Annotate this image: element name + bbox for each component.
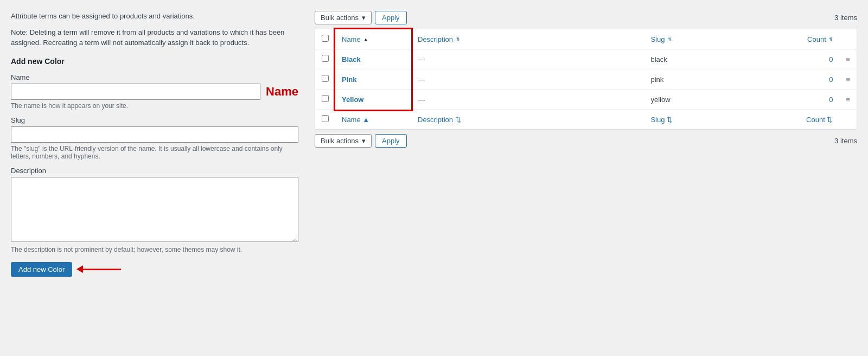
header-description[interactable]: Description ⇅ xyxy=(411,29,644,49)
slug-cell-black: black xyxy=(644,49,742,69)
desc-sort-icon[interactable]: ⇅ xyxy=(456,37,460,42)
table-row: Pink — pink 0 ≡ xyxy=(315,69,857,90)
bulk-actions-top-button[interactable]: Bulk actions ▾ xyxy=(315,11,372,24)
select-all-bottom-checkbox[interactable] xyxy=(322,115,329,122)
description-hint: The description is not prominent by defa… xyxy=(11,246,298,253)
top-toolbar-left: Bulk actions ▾ Apply xyxy=(315,11,407,24)
actions-cell-black: ≡ xyxy=(839,49,857,69)
bottom-toolbar: Bulk actions ▾ Apply 3 items xyxy=(315,134,857,148)
description-col-label: Description xyxy=(418,35,453,43)
slug-footer-label: Slug xyxy=(650,116,665,124)
name-cell-yellow: Yellow xyxy=(335,90,411,110)
slug-hint: The "slug" is the URL-friendly version o… xyxy=(11,145,298,160)
desc-footer-sort[interactable]: ⇅ xyxy=(455,116,461,124)
count-col-label: Count xyxy=(807,35,826,43)
name-input[interactable] xyxy=(11,84,260,100)
apply-top-button[interactable]: Apply xyxy=(375,11,407,24)
term-link-black[interactable]: Black xyxy=(342,55,361,63)
table-header-row: Name ▲ Description ⇅ Slug xyxy=(315,29,857,49)
button-arrow-line xyxy=(83,269,121,270)
count-cell-black: 0 xyxy=(742,49,839,69)
top-toolbar: Bulk actions ▾ Apply 3 items xyxy=(315,11,857,24)
slug-col-label: Slug xyxy=(650,35,665,43)
checkbox-yellow[interactable] xyxy=(322,95,329,102)
count-footer-sort[interactable]: ⇅ xyxy=(827,116,833,124)
row-check-pink xyxy=(315,69,336,90)
term-link-pink[interactable]: Pink xyxy=(342,75,356,84)
table-row: Black — black 0 ≡ xyxy=(315,49,857,69)
description-label: Description xyxy=(11,167,298,175)
right-panel: Bulk actions ▾ Apply 3 items Name ▲ xyxy=(315,11,857,345)
bulk-actions-top-label: Bulk actions xyxy=(321,14,359,22)
footer-check xyxy=(315,110,336,130)
description-textarea[interactable] xyxy=(11,177,298,242)
footer-slug[interactable]: Slug ⇅ xyxy=(644,110,742,130)
items-count-top: 3 items xyxy=(834,14,857,22)
name-footer-sort[interactable]: ▲ xyxy=(362,116,369,124)
chevron-down-bottom-icon: ▾ xyxy=(362,137,366,145)
select-all-top-checkbox[interactable] xyxy=(322,35,329,42)
slug-sort-icon[interactable]: ⇅ xyxy=(668,37,672,42)
name-col-label: Name xyxy=(342,35,361,43)
bottom-toolbar-left: Bulk actions ▾ Apply xyxy=(315,134,407,148)
header-name[interactable]: Name ▲ xyxy=(335,29,411,49)
header-actions xyxy=(839,29,857,49)
button-arrow-head xyxy=(76,265,83,273)
name-label: Name xyxy=(11,73,298,81)
row-check-black xyxy=(315,49,336,69)
name-footer-label: Name xyxy=(342,116,361,124)
row-check-yellow xyxy=(315,90,336,110)
table-footer-row: Name ▲ Description ⇅ Slug ⇅ Count ⇅ xyxy=(315,110,857,130)
actions-cell-pink: ≡ xyxy=(839,69,857,90)
items-count-bottom: 3 items xyxy=(834,137,857,145)
header-slug[interactable]: Slug ⇅ xyxy=(644,29,742,49)
info-text: Attribute terms can be assigned to produ… xyxy=(11,11,298,22)
add-new-color-button[interactable]: Add new Color xyxy=(11,262,72,277)
bulk-actions-bottom-button[interactable]: Bulk actions ▾ xyxy=(315,134,372,148)
description-form-row: Description The description is not promi… xyxy=(11,167,298,253)
left-panel: Attribute terms can be assigned to produ… xyxy=(11,11,298,345)
count-sort-icon[interactable]: ⇅ xyxy=(829,37,833,42)
slug-label: Slug xyxy=(11,116,298,124)
name-form-row: Name Name The name is how it appears on … xyxy=(11,73,298,110)
desc-cell-pink: — xyxy=(411,69,644,90)
footer-actions xyxy=(839,110,857,130)
header-check xyxy=(315,29,336,49)
slug-input[interactable] xyxy=(11,126,298,143)
footer-name[interactable]: Name ▲ xyxy=(335,110,411,130)
slug-cell-yellow: yellow xyxy=(644,90,742,110)
table-row: Yellow — yellow 0 ≡ xyxy=(315,90,857,110)
count-cell-pink: 0 xyxy=(742,69,839,90)
chevron-down-icon: ▾ xyxy=(362,14,366,22)
slug-cell-pink: pink xyxy=(644,69,742,90)
desc-cell-yellow: — xyxy=(411,90,644,110)
name-annotation: Name xyxy=(266,85,298,99)
footer-description[interactable]: Description ⇅ xyxy=(411,110,644,130)
desc-cell-black: — xyxy=(411,49,644,69)
terms-table: Name ▲ Description ⇅ Slug xyxy=(315,29,857,130)
note-text: Note: Deleting a term will remove it fro… xyxy=(11,27,298,48)
checkbox-black[interactable] xyxy=(322,55,329,62)
name-cell-black: Black xyxy=(335,49,411,69)
count-footer-label: Count xyxy=(806,116,825,124)
apply-bottom-button[interactable]: Apply xyxy=(375,134,407,148)
slug-form-row: Slug The "slug" is the URL-friendly vers… xyxy=(11,116,298,160)
name-sort-icon[interactable]: ▲ xyxy=(363,37,368,42)
name-hint: The name is how it appears on your site. xyxy=(11,102,298,110)
footer-count[interactable]: Count ⇅ xyxy=(742,110,839,130)
section-title: Add new Color xyxy=(11,57,298,66)
name-cell-pink: Pink xyxy=(335,69,411,90)
desc-footer-label: Description xyxy=(418,116,453,124)
header-count[interactable]: Count ⇅ xyxy=(742,29,839,49)
term-link-yellow[interactable]: Yellow xyxy=(342,96,363,104)
sort-up-icon: ▲ xyxy=(363,37,368,42)
count-cell-yellow: 0 xyxy=(742,90,839,110)
actions-cell-yellow: ≡ xyxy=(839,90,857,110)
slug-footer-sort[interactable]: ⇅ xyxy=(667,116,673,124)
bulk-actions-bottom-label: Bulk actions xyxy=(321,137,359,145)
checkbox-pink[interactable] xyxy=(322,75,329,82)
